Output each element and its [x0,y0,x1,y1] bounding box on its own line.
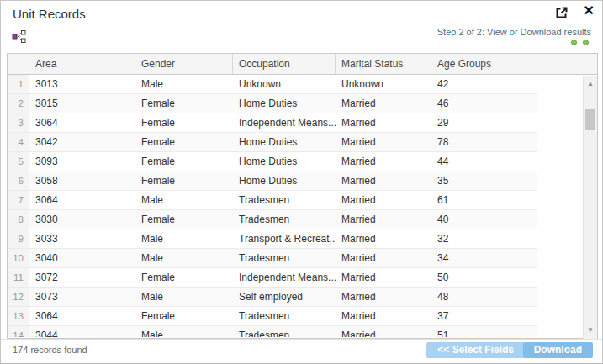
header-row-number [8,54,29,74]
cell-occupation: Independent Means... [233,113,336,132]
table-row[interactable]: 123073MaleSelf employedMarried48 [8,288,537,307]
cell-marital-status: Married [336,210,431,229]
row-number: 1 [8,75,29,93]
open-in-new-icon[interactable] [554,6,569,20]
row-number: 2 [8,94,29,113]
cell-area: 3064 [29,191,135,209]
cell-area: 3042 [29,133,135,151]
footer-divider [1,339,602,340]
cell-age-groups: 61 [431,191,537,209]
row-number: 9 [8,229,29,248]
cell-marital-status: Married [336,229,431,248]
cell-area: 3040 [29,249,135,267]
table-row[interactable]: 143044MaleTradesmenMarried51 [8,326,537,337]
header-age-groups[interactable]: Age Groups [431,54,537,74]
row-number: 13 [8,307,29,325]
cell-gender: Female [135,171,233,190]
cell-gender: Female [135,133,233,151]
row-number: 11 [8,268,29,287]
cell-age-groups: 32 [431,229,537,248]
table-row[interactable]: 63058FemaleHome DutiesMarried35 [8,171,537,191]
row-number: 14 [8,326,29,337]
table-row[interactable]: 13013MaleUnknownUnknown42 [8,75,537,94]
row-number: 4 [8,133,29,151]
table-row[interactable]: 113072FemaleIndependent Means...Married5… [8,268,537,288]
row-number: 7 [8,191,29,209]
download-button[interactable]: Download [523,342,593,358]
row-number: 8 [8,210,29,229]
table-row[interactable]: 93033MaleTransport & Recreat...Married32 [8,229,537,249]
cell-marital-status: Married [336,307,431,325]
cell-gender: Male [135,249,233,267]
table-row[interactable]: 103040MaleTradesmenMarried34 [8,249,537,268]
cell-marital-status: Married [336,94,431,113]
row-number: 10 [8,249,29,267]
header-gender[interactable]: Gender [135,54,233,74]
row-number: 5 [8,152,29,171]
cell-occupation: Tradesmen [233,191,336,209]
cell-age-groups: 51 [431,326,537,337]
cell-occupation: Transport & Recreat... [233,229,336,248]
table-row[interactable]: 53093FemaleHome DutiesMarried44 [8,152,537,171]
table-row[interactable]: 33064FemaleIndependent Means...Married29 [8,113,537,133]
header-area[interactable]: Area [29,54,135,74]
cell-gender: Female [135,210,233,229]
cell-marital-status: Married [336,249,431,267]
cell-age-groups: 46 [431,94,537,113]
cell-area: 3064 [29,307,135,325]
cell-gender: Female [135,113,233,132]
cell-age-groups: 29 [431,113,537,132]
cell-age-groups: 37 [431,307,537,325]
cell-age-groups: 34 [431,249,537,267]
scroll-down-icon[interactable]: ▼ [584,324,597,336]
scroll-up-icon[interactable]: ▲ [584,78,597,90]
select-fields-button[interactable]: << Select Fields [426,342,525,358]
table-row[interactable]: 83030FemaleTradesmenMarried40 [8,210,537,229]
cell-age-groups: 50 [431,268,537,287]
cell-occupation: Tradesmen [233,249,336,267]
row-number: 3 [8,113,29,132]
table-row[interactable]: 73064MaleTradesmenMarried61 [8,191,537,210]
cell-gender: Male [135,191,233,209]
cell-occupation: Independent Means... [233,268,336,287]
cell-area: 3030 [29,210,135,229]
cell-age-groups: 44 [431,152,537,171]
cell-age-groups: 48 [431,288,537,306]
cell-gender: Female [135,307,233,325]
cell-age-groups: 40 [431,210,537,229]
header-occupation[interactable]: Occupation [233,54,336,74]
close-icon[interactable]: ✕ [584,3,595,19]
records-found-status: 174 records found [13,345,87,355]
row-number: 6 [8,171,29,190]
step-dot-2[interactable] [583,40,589,45]
cell-occupation: Home Duties [233,152,336,171]
cell-marital-status: Married [336,191,431,209]
cell-area: 3064 [29,113,135,132]
field-tree-icon[interactable] [12,29,26,44]
cell-gender: Male [135,75,233,93]
cell-gender: Female [135,152,233,171]
scrollbar-thumb[interactable] [585,109,595,130]
table-row[interactable]: 43042FemaleHome DutiesMarried78 [8,133,537,152]
table-row[interactable]: 133064FemaleTradesmenMarried37 [8,307,537,326]
grid-body: 13013MaleUnknownUnknown4223015FemaleHome… [8,75,597,337]
records-grid: Area Gender Occupation Marital Status Ag… [7,53,598,339]
unit-records-dialog: Unit Records ✕ Step 2 of 2: View or Down… [0,0,603,364]
cell-gender: Male [135,229,233,248]
header-marital-status[interactable]: Marital Status [336,54,431,74]
cell-occupation: Home Duties [233,171,336,190]
table-row[interactable]: 23015FemaleHome DutiesMarried46 [8,94,537,113]
cell-marital-status: Married [336,288,431,306]
cell-area: 3073 [29,288,135,306]
cell-area: 3072 [29,268,135,287]
cell-marital-status: Married [336,326,431,337]
cell-occupation: Home Duties [233,133,336,151]
cell-gender: Male [135,288,233,306]
cell-area: 3058 [29,171,135,190]
cell-occupation: Self employed [233,288,336,306]
cell-occupation: Unknown [233,75,336,93]
cell-occupation: Home Duties [233,94,336,113]
step-dot-1[interactable] [571,40,577,45]
vertical-scrollbar[interactable]: ▲ ▼ [583,76,597,339]
cell-age-groups: 35 [431,171,537,190]
